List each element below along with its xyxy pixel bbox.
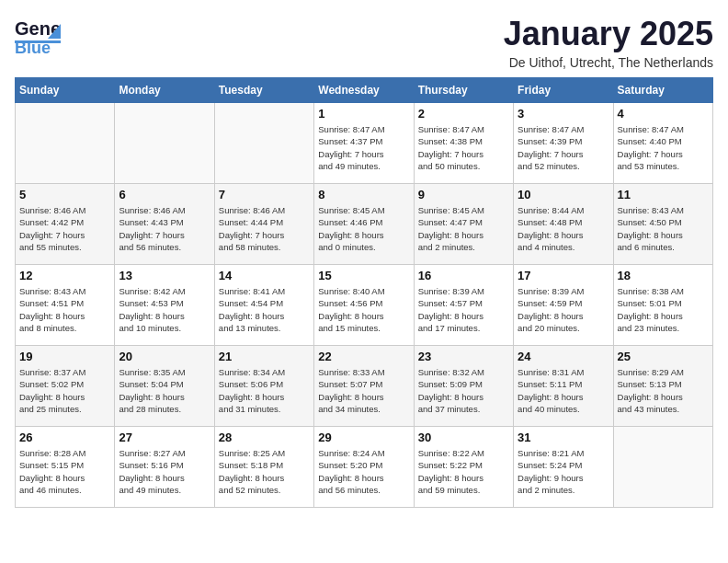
day-number: 30 [418, 431, 509, 444]
day-info: Sunrise: 8:45 AM Sunset: 4:47 PM Dayligh… [418, 204, 509, 253]
day-info: Sunrise: 8:21 AM Sunset: 5:24 PM Dayligh… [518, 447, 609, 496]
day-info: Sunrise: 8:33 AM Sunset: 5:07 PM Dayligh… [318, 366, 409, 415]
day-number: 1 [318, 107, 409, 121]
day-info: Sunrise: 8:44 AM Sunset: 4:48 PM Dayligh… [518, 204, 609, 253]
table-row: 9Sunrise: 8:45 AM Sunset: 4:47 PM Daylig… [414, 184, 513, 265]
location-subtitle: De Uithof, Utrecht, The Netherlands [504, 55, 713, 70]
day-number: 5 [19, 188, 110, 201]
day-number: 24 [518, 350, 609, 363]
table-row: 10Sunrise: 8:44 AM Sunset: 4:48 PM Dayli… [514, 184, 613, 265]
table-row: 7Sunrise: 8:46 AM Sunset: 4:44 PM Daylig… [214, 184, 313, 265]
day-number: 18 [618, 269, 709, 282]
day-number: 22 [318, 350, 409, 363]
table-row [613, 427, 712, 508]
col-friday: Friday [514, 78, 613, 103]
day-info: Sunrise: 8:27 AM Sunset: 5:16 PM Dayligh… [119, 447, 210, 496]
table-row: 6Sunrise: 8:46 AM Sunset: 4:43 PM Daylig… [115, 184, 214, 265]
day-info: Sunrise: 8:35 AM Sunset: 5:04 PM Dayligh… [119, 366, 210, 415]
day-info: Sunrise: 8:43 AM Sunset: 4:51 PM Dayligh… [19, 285, 110, 334]
day-number: 29 [318, 431, 409, 444]
table-row: 21Sunrise: 8:34 AM Sunset: 5:06 PM Dayli… [214, 346, 313, 427]
day-info: Sunrise: 8:45 AM Sunset: 4:46 PM Dayligh… [318, 204, 409, 253]
day-info: Sunrise: 8:28 AM Sunset: 5:15 PM Dayligh… [19, 447, 110, 496]
day-number: 19 [19, 350, 110, 363]
day-info: Sunrise: 8:47 AM Sunset: 4:40 PM Dayligh… [618, 123, 709, 172]
table-row: 1Sunrise: 8:47 AM Sunset: 4:37 PM Daylig… [314, 103, 414, 184]
table-row: 15Sunrise: 8:40 AM Sunset: 4:56 PM Dayli… [314, 265, 414, 346]
day-info: Sunrise: 8:29 AM Sunset: 5:13 PM Dayligh… [618, 366, 709, 415]
day-info: Sunrise: 8:37 AM Sunset: 5:02 PM Dayligh… [19, 366, 110, 415]
table-row: 26Sunrise: 8:28 AM Sunset: 5:15 PM Dayli… [16, 427, 115, 508]
day-number: 14 [219, 269, 310, 282]
day-info: Sunrise: 8:47 AM Sunset: 4:38 PM Dayligh… [418, 123, 509, 172]
day-number: 8 [318, 188, 409, 201]
day-info: Sunrise: 8:42 AM Sunset: 4:53 PM Dayligh… [119, 285, 210, 334]
day-number: 28 [219, 431, 310, 444]
day-number: 23 [418, 350, 509, 363]
day-info: Sunrise: 8:40 AM Sunset: 4:56 PM Dayligh… [318, 285, 409, 334]
table-row: 30Sunrise: 8:22 AM Sunset: 5:22 PM Dayli… [414, 427, 513, 508]
col-sunday: Sunday [16, 78, 115, 103]
day-info: Sunrise: 8:46 AM Sunset: 4:42 PM Dayligh… [19, 204, 110, 253]
calendar-header: Sunday Monday Tuesday Wednesday Thursday… [16, 78, 713, 103]
col-saturday: Saturday [613, 78, 712, 103]
day-info: Sunrise: 8:22 AM Sunset: 5:22 PM Dayligh… [418, 447, 509, 496]
day-number: 20 [119, 350, 210, 363]
day-info: Sunrise: 8:31 AM Sunset: 5:11 PM Dayligh… [518, 366, 609, 415]
day-number: 6 [119, 188, 210, 201]
table-row: 19Sunrise: 8:37 AM Sunset: 5:02 PM Dayli… [16, 346, 115, 427]
table-row: 31Sunrise: 8:21 AM Sunset: 5:24 PM Dayli… [514, 427, 613, 508]
day-number: 13 [119, 269, 210, 282]
day-info: Sunrise: 8:41 AM Sunset: 4:54 PM Dayligh… [219, 285, 310, 334]
table-row: 14Sunrise: 8:41 AM Sunset: 4:54 PM Dayli… [214, 265, 313, 346]
table-row: 27Sunrise: 8:27 AM Sunset: 5:16 PM Dayli… [115, 427, 214, 508]
day-number: 4 [618, 107, 709, 121]
day-number: 21 [219, 350, 310, 363]
day-info: Sunrise: 8:39 AM Sunset: 4:57 PM Dayligh… [418, 285, 509, 334]
table-row: 4Sunrise: 8:47 AM Sunset: 4:40 PM Daylig… [613, 103, 712, 184]
table-row: 22Sunrise: 8:33 AM Sunset: 5:07 PM Dayli… [314, 346, 414, 427]
day-info: Sunrise: 8:46 AM Sunset: 4:44 PM Dayligh… [219, 204, 310, 253]
page-header: General Blue January 2025 De Uithof, Utr… [15, 15, 713, 70]
table-row: 18Sunrise: 8:38 AM Sunset: 5:01 PM Dayli… [613, 265, 712, 346]
col-monday: Monday [115, 78, 214, 103]
day-number: 17 [518, 269, 609, 282]
table-row: 23Sunrise: 8:32 AM Sunset: 5:09 PM Dayli… [414, 346, 513, 427]
table-row: 24Sunrise: 8:31 AM Sunset: 5:11 PM Dayli… [514, 346, 613, 427]
table-row [214, 103, 313, 184]
table-row: 25Sunrise: 8:29 AM Sunset: 5:13 PM Dayli… [613, 346, 712, 427]
table-row: 11Sunrise: 8:43 AM Sunset: 4:50 PM Dayli… [613, 184, 712, 265]
table-row: 17Sunrise: 8:39 AM Sunset: 4:59 PM Dayli… [514, 265, 613, 346]
table-row: 12Sunrise: 8:43 AM Sunset: 4:51 PM Dayli… [16, 265, 115, 346]
logo-icon: General Blue [15, 15, 61, 55]
table-row: 13Sunrise: 8:42 AM Sunset: 4:53 PM Dayli… [115, 265, 214, 346]
col-wednesday: Wednesday [314, 78, 414, 103]
title-block: January 2025 De Uithof, Utrecht, The Net… [504, 15, 713, 70]
day-info: Sunrise: 8:47 AM Sunset: 4:37 PM Dayligh… [318, 123, 409, 172]
logo: General Blue [15, 15, 61, 55]
day-info: Sunrise: 8:47 AM Sunset: 4:39 PM Dayligh… [518, 123, 609, 172]
day-number: 10 [518, 188, 609, 201]
day-info: Sunrise: 8:25 AM Sunset: 5:18 PM Dayligh… [219, 447, 310, 496]
calendar-table: Sunday Monday Tuesday Wednesday Thursday… [15, 77, 713, 508]
day-number: 15 [318, 269, 409, 282]
day-number: 27 [119, 431, 210, 444]
day-info: Sunrise: 8:43 AM Sunset: 4:50 PM Dayligh… [618, 204, 709, 253]
table-row: 16Sunrise: 8:39 AM Sunset: 4:57 PM Dayli… [414, 265, 513, 346]
day-info: Sunrise: 8:24 AM Sunset: 5:20 PM Dayligh… [318, 447, 409, 496]
day-number: 7 [219, 188, 310, 201]
col-tuesday: Tuesday [214, 78, 313, 103]
day-info: Sunrise: 8:39 AM Sunset: 4:59 PM Dayligh… [518, 285, 609, 334]
day-number: 3 [518, 107, 609, 121]
day-number: 9 [418, 188, 509, 201]
table-row: 28Sunrise: 8:25 AM Sunset: 5:18 PM Dayli… [214, 427, 313, 508]
day-number: 11 [618, 188, 709, 201]
day-number: 25 [618, 350, 709, 363]
table-row: 20Sunrise: 8:35 AM Sunset: 5:04 PM Dayli… [115, 346, 214, 427]
table-row [115, 103, 214, 184]
table-row: 29Sunrise: 8:24 AM Sunset: 5:20 PM Dayli… [314, 427, 414, 508]
day-info: Sunrise: 8:32 AM Sunset: 5:09 PM Dayligh… [418, 366, 509, 415]
col-thursday: Thursday [414, 78, 513, 103]
calendar-body: 1Sunrise: 8:47 AM Sunset: 4:37 PM Daylig… [16, 103, 713, 508]
day-number: 12 [19, 269, 110, 282]
